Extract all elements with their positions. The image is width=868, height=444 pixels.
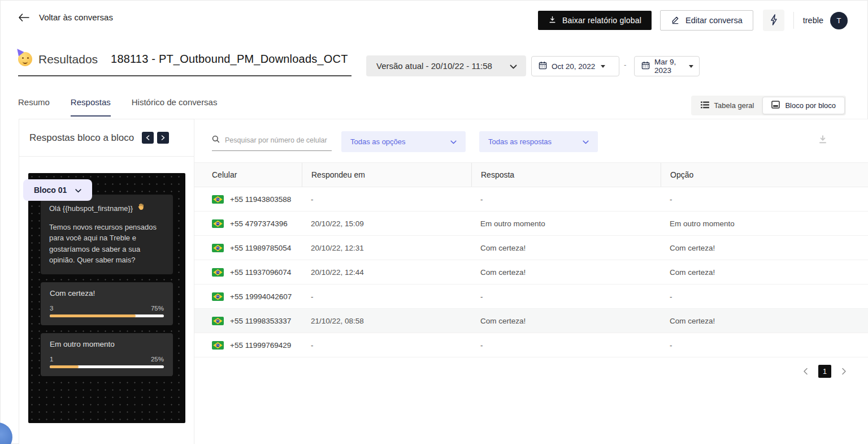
block-icon [771, 101, 780, 110]
option-progress-fill [50, 365, 79, 368]
conversation-title: 188113 - PT_Outbound_PM_Downloads_OCT [111, 53, 348, 66]
cell-opcao: - [661, 187, 868, 211]
option-percent: 25% [151, 356, 164, 363]
search-input[interactable] [225, 136, 332, 144]
tab-hist-rico-de-conversas[interactable]: Histórico de conversas [132, 97, 218, 117]
tab-respostas[interactable]: Respostas [71, 97, 111, 117]
table-row[interactable]: +55 19994042607 - - - [194, 284, 868, 309]
table-row[interactable]: +55 11943803588 - - - [194, 187, 868, 212]
account-menu[interactable]: treble T [803, 12, 848, 29]
tab-label: Histórico de conversas [132, 97, 218, 107]
block-option-card: Em outro momento 1 25% [41, 333, 173, 376]
cell-celular: +55 11999769429 [194, 333, 302, 357]
date-to-value: Mar 9, 2023 [654, 58, 683, 75]
back-to-conversations[interactable]: Voltar às conversas [18, 12, 113, 22]
topbar-divider [793, 12, 794, 29]
caret-down-icon [601, 65, 605, 68]
responses-filter-value: Todas as respostas [488, 137, 552, 146]
column-header-resposta: Resposta [471, 163, 661, 187]
chevron-down-icon [583, 137, 589, 146]
current-page[interactable]: 1 [818, 365, 831, 378]
greeting-text: Olá {{hubspot_firstname}} [49, 203, 133, 214]
option-percent: 75% [151, 305, 164, 312]
export-table-button[interactable] [817, 133, 828, 146]
responses-table-panel: Todas as opções Todas as respostas Celul… [194, 119, 868, 444]
date-range-separator: - [624, 61, 626, 69]
block-selector-value: Bloco 01 [34, 186, 67, 195]
calendar-icon [641, 61, 650, 72]
responses-filter-dropdown[interactable]: Todas as respostas [479, 131, 598, 152]
topbar-actions: Baixar relatório global Editar conversa … [538, 10, 848, 31]
cell-respondeu-em: 20/10/22, 12:44 [302, 260, 471, 284]
cell-opcao: Com certeza! [661, 309, 868, 333]
edit-conversation-button[interactable]: Editar conversa [660, 10, 753, 31]
caret-down-icon [689, 65, 693, 68]
phone-number: +55 11998353337 [230, 317, 291, 325]
party-hat-icon [15, 47, 24, 57]
pagination: 1 [194, 365, 868, 378]
block-nav [142, 132, 169, 144]
block-selector-dropdown[interactable]: Bloco 01 [23, 179, 92, 201]
cell-resposta: Em outro momento [471, 212, 661, 235]
cell-opcao: Em outro momento [661, 212, 868, 235]
table-row[interactable]: +55 11998353337 21/10/22, 08:58 Com cert… [194, 309, 868, 333]
toggle-bloco-por-bloco[interactable]: Bloco por bloco [762, 97, 845, 114]
message-preview-card: Olá {{hubspot_firstname}} Temos novos re… [28, 173, 185, 423]
phone-number: +55 4797374396 [230, 219, 288, 228]
phone-number: +55 11937096074 [230, 268, 291, 277]
top-bar: Voltar às conversas Baixar relatório glo… [0, 0, 868, 38]
brazil-flag-icon [212, 244, 224, 252]
table-row[interactable]: +55 4797374396 20/10/22, 15:09 Em outro … [194, 212, 868, 236]
tab-resumo[interactable]: Resumo [18, 97, 50, 117]
waving-hand-icon [137, 202, 145, 214]
next-block-button[interactable] [157, 132, 169, 144]
phone-number: +55 11943803588 [230, 195, 291, 204]
edit-conversation-label: Editar conversa [685, 16, 743, 25]
phone-number: +55 11999769429 [230, 341, 291, 350]
back-arrow-icon[interactable] [18, 14, 29, 21]
column-header-respondeu-em: Respondeu em [302, 163, 471, 187]
options-filter-dropdown[interactable]: Todas as opções [341, 131, 466, 152]
cell-respondeu-em: - [302, 333, 471, 357]
next-page-button[interactable] [841, 368, 847, 375]
version-dropdown-value: Versão atual - 20/10/22 - 11:58 [376, 61, 492, 71]
table-body: +55 11943803588 - - - +55 4797374396 20/… [194, 187, 868, 357]
table-row[interactable]: +55 11989785054 20/10/22, 12:31 Com cert… [194, 236, 868, 260]
date-to-picker[interactable]: Mar 9, 2023 [634, 56, 700, 76]
version-dropdown[interactable]: Versão atual - 20/10/22 - 11:58 [366, 55, 526, 76]
chat-widget-bubble[interactable] [0, 423, 12, 444]
table-row[interactable]: +55 11999769429 - - - [194, 333, 868, 357]
lightning-button[interactable] [763, 10, 784, 31]
brazil-flag-icon [212, 292, 224, 301]
cell-respondeu-em: 20/10/22, 15:09 [302, 212, 471, 235]
cell-respondeu-em: - [302, 187, 471, 211]
title-row: Resultados 188113 - PT_Outbound_PM_Downl… [0, 50, 868, 84]
cell-resposta: Com certeza! [471, 309, 661, 333]
cell-celular: +55 11943803588 [194, 187, 302, 211]
option-label: Com certeza! [50, 289, 164, 298]
column-header-opcao: Opção [661, 163, 868, 187]
tab-label: Resumo [18, 97, 50, 107]
cell-celular: +55 11937096074 [194, 260, 302, 284]
option-stats: 1 25% [50, 356, 164, 363]
block-options: Com certeza! 3 75% Em outro momento 1 25… [41, 282, 173, 376]
chevron-down-icon [450, 137, 457, 146]
brazil-flag-icon [212, 219, 224, 228]
table-row[interactable]: +55 11937096074 20/10/22, 12:44 Com cert… [194, 260, 868, 284]
brazil-flag-icon [212, 341, 224, 350]
cell-respondeu-em: 20/10/22, 12:31 [302, 236, 471, 260]
previous-block-button[interactable] [142, 132, 154, 144]
download-global-report-button[interactable]: Baixar relatório global [538, 11, 652, 30]
previous-page-button[interactable] [803, 368, 808, 375]
option-stats: 3 75% [50, 305, 164, 312]
avatar[interactable]: T [830, 12, 848, 29]
date-from-picker[interactable]: Oct 20, 2022 [531, 56, 619, 76]
download-icon [817, 138, 828, 146]
calendar-icon [539, 61, 547, 72]
back-label: Voltar às conversas [39, 12, 113, 22]
chevron-down-icon [75, 185, 81, 195]
toggle-tabela-geral[interactable]: Tabela geral [692, 97, 763, 114]
results-page: Voltar às conversas Baixar relatório glo… [0, 0, 868, 444]
results-label: Resultados [38, 53, 98, 66]
brazil-flag-icon [212, 195, 224, 204]
